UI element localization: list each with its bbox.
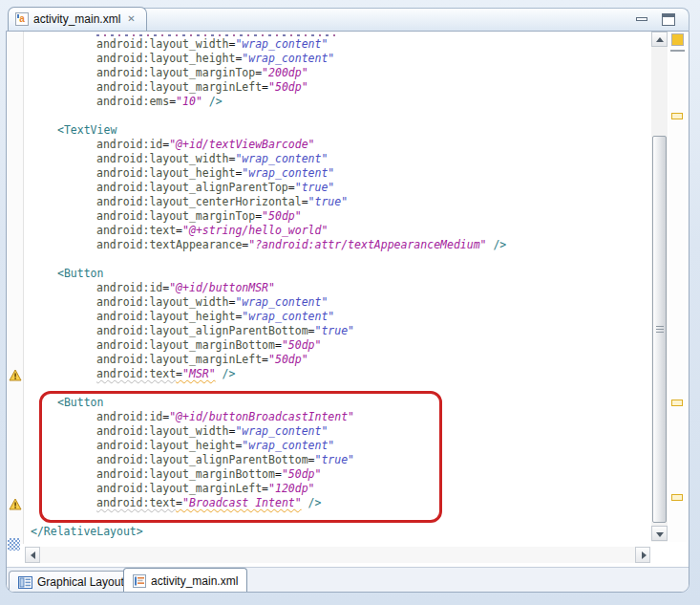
tab-close-icon[interactable]: ✕ bbox=[125, 13, 137, 25]
highlight-annotation-box bbox=[39, 391, 442, 523]
vertical-scroll-thumb[interactable] bbox=[652, 136, 667, 523]
overview-header-marker[interactable] bbox=[671, 33, 684, 46]
code-line[interactable]: android:textAppearance="?android:attr/te… bbox=[25, 238, 651, 252]
arrow-right-icon bbox=[642, 551, 647, 559]
code-line[interactable]: android:layout_marginLeft="50dp" bbox=[25, 353, 651, 367]
arrow-up-icon bbox=[656, 37, 664, 42]
tab-graphical-layout-label: Graphical Layout bbox=[37, 575, 124, 589]
code-line[interactable]: android:layout_width="wrap_content" bbox=[25, 295, 651, 310]
code-line[interactable]: android:layout_width="wrap_content" bbox=[25, 152, 651, 166]
maximize-icon bbox=[662, 13, 675, 26]
scroll-down-button[interactable] bbox=[651, 526, 668, 541]
overview-warning-marker[interactable] bbox=[671, 400, 683, 406]
editor-tab-label: activity_main.xml bbox=[33, 12, 120, 26]
editor-page-tab-bar: Graphical Layout activity_main.xml bbox=[7, 567, 689, 592]
code-line[interactable]: <TextView bbox=[25, 123, 651, 138]
android-xml-file-icon: a bbox=[15, 12, 29, 26]
scroll-left-button[interactable] bbox=[25, 547, 40, 563]
warning-icon[interactable] bbox=[9, 497, 22, 509]
code-line[interactable]: android:text="@+string/hello_world" bbox=[25, 224, 651, 238]
editor-tab-activity-main[interactable]: a activity_main.xml ✕ bbox=[8, 7, 147, 31]
xml-editor-pane: android:layout_width="wrap_content"andro… bbox=[6, 31, 689, 593]
code-line[interactable]: android:layout_centerHorizontal="true" bbox=[25, 195, 651, 209]
overview-warning-marker[interactable] bbox=[671, 113, 683, 119]
code-line[interactable]: android:layout_alignParentBottom="true" bbox=[25, 324, 651, 338]
code-line[interactable]: <Button bbox=[25, 267, 651, 281]
minimize-button[interactable] bbox=[635, 13, 649, 26]
editor-part-stack: a activity_main.xml ✕ bbox=[6, 6, 689, 593]
code-line[interactable]: android:ems="10" /> bbox=[25, 95, 651, 109]
tab-activity-main-xml-label: activity_main.xml bbox=[151, 574, 238, 588]
scroll-up-button[interactable] bbox=[651, 32, 668, 47]
vertical-scrollbar[interactable] bbox=[651, 32, 668, 542]
arrow-left-icon bbox=[31, 551, 35, 559]
overview-warning-marker[interactable] bbox=[671, 494, 683, 501]
code-line[interactable]: android:text="MSR" /> bbox=[25, 367, 651, 381]
overview-ruler[interactable] bbox=[668, 32, 687, 542]
scroll-right-button[interactable] bbox=[635, 547, 650, 563]
code-line[interactable]: android:layout_width="wrap_content" bbox=[25, 37, 651, 52]
code-line[interactable]: android:layout_height="wrap_content" bbox=[25, 52, 651, 66]
tab-bar-fill bbox=[139, 8, 689, 31]
overview-divider bbox=[670, 50, 685, 52]
code-line[interactable]: android:id="@+id/textViewBarcode" bbox=[25, 138, 651, 152]
warning-icon[interactable] bbox=[9, 368, 22, 380]
range-indicator bbox=[8, 538, 20, 551]
xml-source-icon bbox=[133, 574, 146, 588]
graphical-layout-icon bbox=[18, 576, 32, 589]
code-line[interactable] bbox=[25, 109, 651, 123]
arrow-down-icon bbox=[656, 532, 664, 537]
maximize-button[interactable] bbox=[662, 13, 676, 26]
tab-activity-main-xml[interactable]: activity_main.xml bbox=[123, 568, 247, 593]
thumb-grip-icon bbox=[656, 326, 664, 333]
minimize-icon bbox=[636, 17, 647, 21]
code-line[interactable]: android:id="@+id/buttonMSR" bbox=[25, 281, 651, 295]
code-line[interactable] bbox=[25, 32, 651, 37]
code-line[interactable]: android:layout_height="wrap_content" bbox=[25, 310, 651, 324]
horizontal-scrollbar[interactable] bbox=[25, 547, 650, 563]
code-line[interactable]: </RelativeLayout> bbox=[25, 525, 651, 539]
code-line[interactable]: android:layout_marginTop="50dp" bbox=[25, 209, 651, 224]
code-line[interactable]: android:layout_marginBottom="50dp" bbox=[25, 338, 651, 353]
tab-graphical-layout[interactable]: Graphical Layout bbox=[9, 571, 134, 593]
code-line[interactable]: android:layout_alignParentTop="true" bbox=[25, 181, 651, 195]
annotation-ruler[interactable] bbox=[7, 32, 24, 544]
code-line[interactable] bbox=[25, 252, 651, 267]
editor-tab-bar: a activity_main.xml ✕ bbox=[6, 6, 689, 31]
code-line[interactable]: android:layout_marginLeft="50dp" bbox=[25, 80, 651, 95]
code-line[interactable]: android:layout_height="wrap_content" bbox=[25, 166, 651, 181]
code-line[interactable]: android:layout_marginTop="200dp" bbox=[25, 66, 651, 80]
